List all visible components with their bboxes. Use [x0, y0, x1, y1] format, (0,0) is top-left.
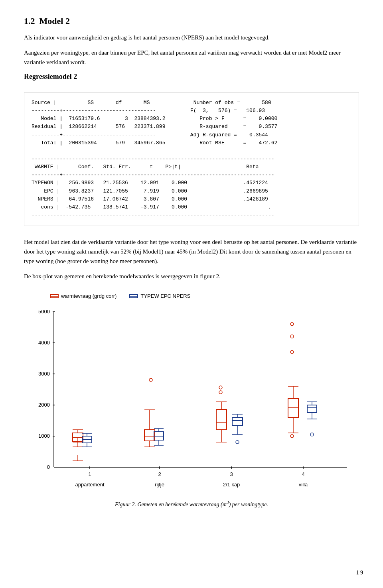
- legend-item-red: warmtevraag (grdg corr): [50, 293, 116, 299]
- svg-rect-72: [307, 405, 317, 413]
- svg-point-69: [310, 433, 314, 436]
- svg-point-60: [290, 335, 294, 338]
- legend-label-red: warmtevraag (grdg corr): [61, 293, 116, 299]
- svg-point-45: [219, 386, 222, 389]
- svg-point-62: [290, 435, 294, 438]
- y-label-4000: 4000: [38, 340, 50, 346]
- para-boxplot: De box-plot van gemeten en berekende mod…: [24, 271, 359, 281]
- x-label-1: 1: [88, 471, 91, 477]
- svg-point-44: [219, 391, 222, 394]
- x-label-4: 4: [302, 471, 304, 477]
- y-label-1000: 1000: [38, 433, 50, 439]
- page-number: 1 9: [356, 570, 363, 576]
- regression-title: Regressiemodel 2: [24, 73, 359, 81]
- x-cat-appartement: appartement: [75, 482, 105, 488]
- x-label-2: 2: [158, 471, 161, 477]
- svg-rect-48: [216, 409, 227, 430]
- intro-para1: Als indicator voor aanwezigheid en gedra…: [24, 33, 359, 42]
- section-title: 1.2 Model 2: [24, 16, 359, 26]
- para-after1: Het model laat zien dat de verklaarde va…: [24, 237, 359, 266]
- svg-point-59: [290, 323, 294, 326]
- regression-content: Source | SS df MS Number of obs = 580 --…: [24, 92, 359, 226]
- svg-rect-55: [232, 417, 243, 425]
- x-cat-kap: 2/1 kap: [223, 482, 240, 488]
- svg-point-61: [290, 350, 294, 354]
- legend-item-blue: TYPEW EPC NPERS: [129, 293, 190, 299]
- chart-area: warmtevraag (grdg corr) TYPEW EPC NPERS …: [28, 293, 355, 495]
- y-label-5000: 5000: [38, 309, 50, 315]
- x-label-3: 3: [230, 471, 233, 477]
- intro-para2: Aangezien per woningtype, en daar binnen…: [24, 48, 359, 67]
- y-label-2000: 2000: [38, 402, 50, 408]
- legend-icon-red: [50, 293, 59, 299]
- svg-point-52: [236, 441, 239, 444]
- legend-label-blue: TYPEW EPC NPERS: [140, 293, 190, 299]
- y-label-3000: 3000: [38, 371, 50, 377]
- x-cat-villa: villa: [299, 482, 308, 488]
- legend-icon-blue: [129, 293, 138, 299]
- regression-box: Regressiemodel 2 Source | SS df MS Numbe…: [24, 73, 359, 226]
- fig-caption: Figuur 2. Gemeten en berekende warmtevra…: [24, 499, 359, 509]
- svg-rect-34: [144, 430, 155, 441]
- y-label-0: 0: [47, 464, 50, 470]
- x-cat-rijtje: rijtje: [155, 482, 164, 488]
- chart-legend: warmtevraag (grdg corr) TYPEW EPC NPERS: [50, 293, 355, 299]
- svg-point-31: [149, 378, 152, 382]
- section-header: 1.2 Model 2: [24, 16, 359, 26]
- boxplot-chart: 5000 4000 3000 2000 1000 0 1 2 3 4 appar…: [28, 304, 355, 495]
